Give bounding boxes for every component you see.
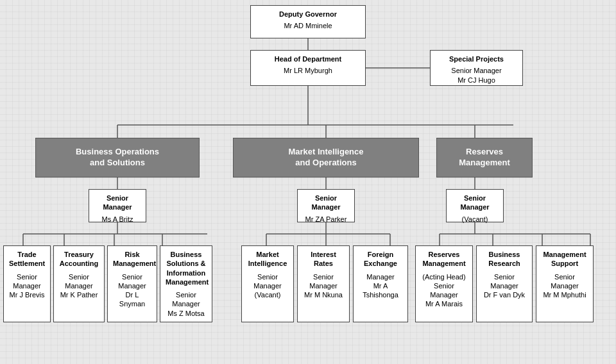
br-title: Business Research — [482, 250, 527, 269]
bsim-node: Business Solutions & Information Managem… — [160, 245, 212, 322]
mki-subtitle: Senior Manager (Vacant) — [247, 272, 288, 300]
sm-parker-node: Senior Manager Mr ZA Parker — [297, 189, 355, 222]
ts-subtitle: Senior Manager Mr J Brevis — [9, 272, 45, 300]
ta-title: Treasury Accounting — [59, 250, 99, 269]
sm-britz-title: Senior Manager — [94, 194, 141, 212]
management-support-node: Management Support Senior Manager Mr M M… — [536, 245, 594, 322]
riskm-title: Risk Management — [113, 250, 151, 269]
special-projects-node: Special Projects Senior Manager Mr CJ Hu… — [430, 50, 523, 86]
sm-parker-title: Senior Manager — [303, 194, 349, 212]
bsim-subtitle: Senior Manager Ms Z Motsa — [166, 290, 207, 318]
bsim-title: Business Solutions & Information Managem… — [166, 250, 207, 286]
trade-settlement-node: Trade Settlement Senior Manager Mr J Bre… — [3, 245, 51, 322]
fx-subtitle: Manager Mr A Tshishonga — [359, 272, 402, 300]
sm-vacant-title: Senior Manager — [452, 194, 498, 212]
interest-rates-node: Interest Rates Senior Manager Mr M Nkuna — [297, 245, 350, 322]
rmd-title: Reserves Management — [421, 250, 467, 269]
risk-management-node: Risk Management Senior Manager Dr L Snym… — [107, 245, 157, 322]
ta-subtitle: Senior Manager Mr K Pather — [59, 272, 99, 300]
market-intel-node: Market Intelligence and Operations — [233, 138, 419, 178]
rmd-subtitle: (Acting Head) Senior Manager Mr A Marais — [421, 272, 467, 309]
market-intelligence-node: Market Intelligence Senior Manager (Vaca… — [241, 245, 294, 322]
deputy-governor-subtitle: Mr AD Mminele — [256, 21, 360, 30]
treasury-accounting-node: Treasury Accounting Senior Manager Mr K … — [53, 245, 105, 322]
ts-title: Trade Settlement — [9, 250, 45, 269]
sm-britz-subtitle: Ms A Britz — [94, 215, 141, 224]
deputy-governor-title: Deputy Governor — [256, 10, 360, 19]
br-subtitle: Senior Manager Dr F van Dyk — [482, 272, 527, 300]
sp-title: Special Projects — [436, 54, 517, 63]
sm-vacant-subtitle: (Vacant) — [452, 215, 498, 224]
business-ops-node: Business Operations and Solutions — [35, 138, 200, 178]
mki-title: Market Intelligence — [247, 250, 288, 269]
hod-title: Head of Department — [256, 54, 360, 63]
ir-title: Interest Rates — [303, 250, 344, 269]
reserves-dept-node: Reserves Management (Acting Head) Senior… — [415, 245, 473, 322]
deputy-governor-node: Deputy Governor Mr AD Mminele — [250, 5, 366, 38]
ir-subtitle: Senior Manager Mr M Nkuna — [303, 272, 344, 300]
head-of-dept-node: Head of Department Mr LR Myburgh — [250, 50, 366, 86]
reserves-mgmt-node: Reserves Management — [436, 138, 533, 178]
sm-parker-subtitle: Mr ZA Parker — [303, 215, 349, 224]
org-chart: Deputy Governor Mr AD Mminele Head of De… — [0, 0, 616, 364]
hod-subtitle: Mr LR Myburgh — [256, 66, 360, 75]
ms-title: Management Support — [542, 250, 588, 269]
riskm-subtitle: Senior Manager Dr L Snyman — [113, 272, 151, 309]
sm-vacant-node: Senior Manager (Vacant) — [446, 189, 504, 222]
bos-title: Business Operations and Solutions — [76, 147, 159, 169]
sm-britz-node: Senior Manager Ms A Britz — [89, 189, 146, 222]
business-research-node: Business Research Senior Manager Dr F va… — [476, 245, 533, 322]
sp-subtitle: Senior Manager Mr CJ Hugo — [436, 66, 517, 85]
fx-title: Foreign Exchange — [359, 250, 402, 269]
mi-title: Market Intelligence and Operations — [288, 147, 363, 169]
rm-title: Reserves Management — [459, 147, 509, 169]
ms-subtitle: Senior Manager Mr M Mphuthi — [542, 272, 588, 300]
foreign-exchange-node: Foreign Exchange Manager Mr A Tshishonga — [353, 245, 408, 322]
